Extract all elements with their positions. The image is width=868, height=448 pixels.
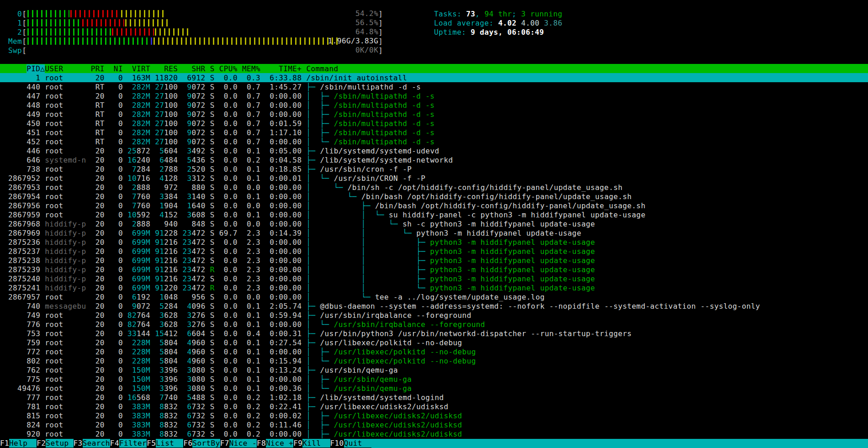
fnlabel-setup[interactable]: Setup <box>46 439 73 448</box>
process-row[interactable]: 2867959 root 20 0 10592 4152 3608 S 0.0 … <box>0 210 868 219</box>
process-row[interactable]: 2867954 root 20 0 7760 3384 3140 S 0.0 0… <box>0 192 868 201</box>
text <box>123 311 127 320</box>
process-row[interactable]: 2875238 hiddify-p 20 0 699M 91216 23472 … <box>0 256 868 265</box>
fnkey-f7[interactable]: F7 <box>220 439 229 448</box>
column-header-res[interactable]: RES <box>155 64 178 73</box>
process-row[interactable]: 2875237 hiddify-p 20 0 699M 91216 23472 … <box>0 247 868 256</box>
process-row[interactable]: 2875241 hiddify-p 20 0 699M 91220 23472 … <box>0 284 868 293</box>
process-row[interactable]: 738 root 20 0 7284 2788 2520 S 0.0 0.1 0… <box>0 164 868 174</box>
column-header-user[interactable]: USER <box>45 64 86 73</box>
column-header-ni[interactable]: NI <box>109 64 123 73</box>
process-row[interactable]: 2875239 hiddify-p 20 0 699M 91216 23472 … <box>0 265 868 274</box>
header-gap <box>178 64 182 73</box>
column-header-virt[interactable]: VIRT <box>127 64 150 73</box>
res-cell: 832 <box>164 421 178 429</box>
text <box>302 229 306 237</box>
process-row[interactable]: 2875240 hiddify-p 20 0 699M 91216 23472 … <box>0 274 868 284</box>
fnlabel-list[interactable]: List <box>156 439 183 448</box>
process-row[interactable]: 777 root 20 0 16568 7740 5488 S 0.0 0.2 … <box>0 393 868 402</box>
process-row[interactable]: 646 systemd-n 20 0 16240 6484 5436 S 0.0… <box>0 155 868 164</box>
shr-cell: 472 <box>192 265 206 274</box>
shr-cell: 608 <box>192 211 206 219</box>
res-cell-pad <box>155 220 164 228</box>
process-row[interactable]: 1 root 20 0 163M 11820 6912 S 0.0 0.3 6:… <box>0 73 868 82</box>
column-header-command[interactable]: Command <box>306 64 338 73</box>
process-row[interactable]: 2867953 root 20 0 2888 972 880 S 0.0 0.0… <box>0 183 868 192</box>
text <box>178 128 182 137</box>
process-row[interactable]: 824 root 20 0 383M 8832 6732 S 0.0 0.2 0… <box>0 421 868 430</box>
fnlabel-help[interactable]: Help <box>9 439 37 448</box>
pid-cell: 2867959 <box>4 211 40 219</box>
column-header-pri[interactable]: PRI <box>91 64 105 73</box>
pid-cell: 2867957 <box>4 293 40 301</box>
fnkey-f1[interactable]: F1 <box>0 439 9 448</box>
text <box>260 375 265 384</box>
cpu-cell: 0.0 <box>219 402 238 411</box>
fnkey-f4[interactable]: F4 <box>110 439 119 448</box>
virt-cell: 282M <box>132 119 150 128</box>
mem-cell: 0.2 <box>242 393 260 402</box>
column-header-shr[interactable]: SHR <box>182 64 205 73</box>
process-row[interactable]: 446 root 20 0 25872 5604 3492 S 0.0 0.1 … <box>0 146 868 155</box>
meter-open-bracket: [ <box>22 19 26 27</box>
fnlabel-nice[interactable]: Nice - <box>229 439 257 448</box>
fnkey-f10[interactable]: F10 <box>330 439 344 448</box>
column-header-pid[interactable]: PID <box>26 64 40 73</box>
process-row[interactable]: 448 root RT 0 282M 27100 9072 S 0.0 0.7 … <box>0 100 868 110</box>
process-row[interactable]: 452 root RT 0 282M 27100 9072 S 0.0 0.7 … <box>0 137 868 146</box>
column-header-s[interactable]: S <box>210 64 215 73</box>
text <box>260 302 265 311</box>
fnlabel-sortby[interactable]: SortBy <box>192 439 220 448</box>
fnlabel-nice[interactable]: Nice + <box>266 439 293 448</box>
process-row[interactable]: 781 root 20 0 383M 8832 6732 S 0.0 0.2 0… <box>0 402 868 411</box>
user-cell: root <box>45 375 86 384</box>
process-row[interactable]: 815 root 20 0 383M 8832 6732 S 0.0 0.2 0… <box>0 411 868 421</box>
process-row[interactable]: 749 root 20 0 82764 3628 3276 S 0.0 0.1 … <box>0 311 868 320</box>
priority-cell: 20 <box>91 357 105 365</box>
process-row[interactable]: 450 root RT 0 282M 27100 9072 S 0.0 0.7 … <box>0 119 868 128</box>
fnlabel-kill[interactable]: Kill <box>302 439 330 448</box>
process-row[interactable]: 2867956 root 20 0 7760 1904 1640 S 0.0 0… <box>0 201 868 210</box>
process-row[interactable]: 451 root RT 0 282M 27100 9072 S 0.0 0.7 … <box>0 128 868 137</box>
fnkey-f8[interactable]: F8 <box>257 439 266 448</box>
fnkey-f5[interactable]: F5 <box>147 439 156 448</box>
virt-cell: 82 <box>127 311 137 320</box>
state-cell: S <box>210 201 215 210</box>
text <box>105 74 109 82</box>
process-row[interactable]: 2867968 hiddify-p 20 0 2888 940 848 S 0.… <box>0 219 868 228</box>
process-row[interactable]: 49476 root 20 0 150M 3396 3080 S 0.0 0.1… <box>0 384 868 393</box>
fnlabel-search[interactable]: Search <box>83 439 110 448</box>
mem-cell: 0.2 <box>242 402 260 411</box>
fnkey-f2[interactable]: F2 <box>37 439 46 448</box>
fnkey-f9[interactable]: F9 <box>293 439 302 448</box>
text <box>150 110 155 119</box>
process-row[interactable]: 762 root 20 0 150M 3396 3080 S 0.0 0.1 0… <box>0 366 868 375</box>
process-row[interactable]: 772 root 20 0 228M 5804 4960 S 0.0 0.1 0… <box>0 348 868 357</box>
text <box>206 366 210 374</box>
process-row[interactable]: 2867952 root 20 0 10716 4128 3312 S 0.0 … <box>0 174 868 183</box>
column-header-cpu[interactable]: CPU% <box>219 64 238 73</box>
fnkey-f6[interactable]: F6 <box>183 439 192 448</box>
column-header-time[interactable]: TIME+ <box>265 64 302 73</box>
priority-cell: 20 <box>91 156 105 164</box>
nice-cell: 0 <box>109 201 123 210</box>
process-row[interactable]: 776 root 20 0 82764 3628 3276 S 0.0 0.1 … <box>0 320 868 329</box>
process-row[interactable]: 920 root 20 0 383M 8832 6732 S 0.0 0.2 0… <box>0 430 868 439</box>
process-row[interactable]: 440 root RT 0 282M 27100 9072 S 0.0 0.7 … <box>0 82 868 91</box>
time-cell: 0:05.00 <box>265 147 302 155</box>
fnlabel-filter[interactable]: Filter <box>119 439 147 448</box>
fnkey-f3[interactable]: F3 <box>74 439 83 448</box>
process-row[interactable]: 2867969 hiddify-p 20 0 699M 91228 23472 … <box>0 229 868 238</box>
process-row[interactable]: 2875236 hiddify-p 20 0 699M 91216 23472 … <box>0 238 868 247</box>
tree-branch: │ │ ├─ <box>306 247 430 256</box>
fnlabel-quit[interactable]: Quit <box>344 439 371 448</box>
process-row[interactable]: 449 root RT 0 282M 27100 9072 S 0.0 0.7 … <box>0 110 868 119</box>
process-row[interactable]: 740 messagebu 20 0 9072 5284 4096 S 0.0 … <box>0 302 868 311</box>
process-row[interactable]: 759 root 20 0 228M 5804 4960 S 0.0 0.1 0… <box>0 338 868 348</box>
column-header-mem[interactable]: MEM% <box>242 64 260 73</box>
process-row[interactable]: 802 root 20 0 228M 5804 4960 S 0.0 0.1 0… <box>0 357 868 366</box>
process-row[interactable]: 447 root 20 0 282M 27100 9072 S 0.0 0.7 … <box>0 91 868 100</box>
process-row[interactable]: 2867957 root 20 0 6192 1048 956 S 0.0 0.… <box>0 293 868 302</box>
process-row[interactable]: 753 root 20 0 33144 15412 6604 S 0.0 0.4… <box>0 329 868 338</box>
process-row[interactable]: 775 root 20 0 150M 3396 3080 S 0.0 0.1 0… <box>0 375 868 384</box>
